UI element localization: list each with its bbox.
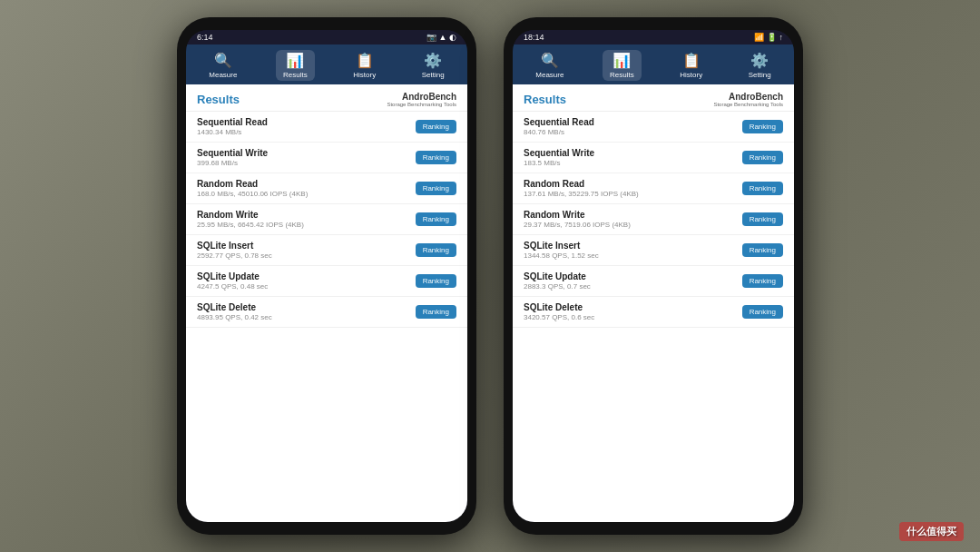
- phones-container: 6:14 📷 ▲ ◐ 🔍 Measure 📊 Results 📋 History: [177, 17, 803, 535]
- bench-info: SQLite Update 2883.3 QPS, 0.7 sec: [524, 271, 591, 291]
- ranking-button[interactable]: Ranking: [416, 120, 456, 133]
- bench-info: Random Read 137.61 MB/s, 35229.75 IOPS (…: [524, 179, 639, 198]
- nav-results-label-2: Results: [610, 71, 634, 79]
- phone-1-results-header: Results AndroBench Storage Benchmarking …: [186, 84, 467, 112]
- ranking-button[interactable]: Ranking: [742, 305, 783, 319]
- phone-1-bench-list: Sequential Read 1430.34 MB/s Ranking Seq…: [186, 112, 467, 522]
- bench-value: 1344.58 QPS, 1.52 sec: [524, 251, 599, 260]
- bench-info: SQLite Insert 2592.77 QPS, 0.78 sec: [197, 241, 272, 260]
- bench-name: Sequential Write: [197, 148, 268, 158]
- bench-value: 2592.77 QPS, 0.78 sec: [197, 251, 272, 260]
- bench-info: SQLite Delete 3420.57 QPS, 0.6 sec: [524, 302, 594, 321]
- bench-info: Sequential Write 399.68 MB/s: [197, 148, 268, 167]
- ranking-button[interactable]: Ranking: [416, 243, 456, 257]
- bench-item: SQLite Update 4247.5 QPS, 0.48 sec Ranki…: [186, 266, 467, 297]
- bench-name: Sequential Read: [524, 117, 594, 127]
- bench-name: SQLite Insert: [197, 241, 272, 251]
- nav-measure-label-2: Measure: [535, 71, 564, 79]
- bench-item: SQLite Insert 1344.58 QPS, 1.52 sec Rank…: [513, 235, 794, 266]
- bench-item: Random Write 29.37 MB/s, 7519.06 IOPS (4…: [513, 204, 794, 235]
- bench-info: SQLite Insert 1344.58 QPS, 1.52 sec: [524, 241, 599, 260]
- bench-value: 183.5 MB/s: [524, 159, 594, 167]
- bench-item: Sequential Write 183.5 MB/s Ranking: [513, 143, 794, 173]
- phone-2-time: 18:14: [524, 33, 544, 42]
- bench-info: Sequential Read 840.76 MB/s: [524, 117, 594, 136]
- phone-1-content: Results AndroBench Storage Benchmarking …: [186, 84, 467, 522]
- setting-icon-2: ⚙️: [750, 52, 769, 69]
- ranking-button[interactable]: Ranking: [416, 151, 456, 164]
- bench-value: 2883.3 QPS, 0.7 sec: [524, 282, 591, 291]
- ranking-button[interactable]: Ranking: [742, 243, 783, 257]
- phone-1-logo-sub: Storage Benchmarking Tools: [387, 102, 456, 107]
- bench-item: Random Write 25.95 MB/s, 6645.42 IOPS (4…: [186, 204, 467, 235]
- phone-2-nav-measure[interactable]: 🔍 Measure: [528, 50, 571, 81]
- ranking-button[interactable]: Ranking: [742, 120, 783, 133]
- phone-2-nav-history[interactable]: 📋 History: [672, 50, 710, 81]
- bench-name: Sequential Write: [524, 148, 594, 158]
- phone-1-nav-measure[interactable]: 🔍 Measure: [201, 50, 244, 81]
- phone-1-nav-bar: 🔍 Measure 📊 Results 📋 History ⚙️ Setting: [186, 44, 467, 84]
- phone-2-content: Results AndroBench Storage Benchmarking …: [513, 84, 794, 522]
- nav-setting-label: Setting: [422, 71, 445, 79]
- phone-2-logo-sub: Storage Benchmarking Tools: [713, 102, 783, 107]
- bench-value: 1430.34 MB/s: [197, 128, 268, 136]
- bench-name: Random Read: [524, 179, 639, 189]
- phone-1-status-bar: 6:14 📷 ▲ ◐: [186, 30, 467, 44]
- phone-1-logo-name: AndroBench: [402, 92, 456, 102]
- bench-item: SQLite Insert 2592.77 QPS, 0.78 sec Rank…: [186, 235, 467, 266]
- ranking-button[interactable]: Ranking: [416, 305, 456, 319]
- bench-value: 4247.5 QPS, 0.48 sec: [197, 282, 268, 291]
- ranking-button[interactable]: Ranking: [742, 274, 783, 288]
- nav-history-label-2: History: [680, 71, 702, 79]
- phone-2: 18:14 📶 🔋 ↑ 🔍 Measure 📊 Results 📋 Histor…: [504, 17, 803, 535]
- bench-value: 840.76 MB/s: [524, 128, 594, 136]
- bench-value: 4893.95 QPS, 0.42 sec: [197, 313, 272, 321]
- bench-item: Sequential Write 399.68 MB/s Ranking: [186, 143, 467, 173]
- ranking-button[interactable]: Ranking: [742, 182, 783, 195]
- phone-2-status-bar: 18:14 📶 🔋 ↑: [513, 30, 794, 44]
- bench-value: 168.0 MB/s, 45010.06 IOPS (4KB): [197, 190, 308, 198]
- bench-info: Sequential Write 183.5 MB/s: [524, 148, 594, 167]
- phone-2-results-title: Results: [524, 93, 566, 106]
- ranking-button[interactable]: Ranking: [742, 151, 783, 164]
- ranking-button[interactable]: Ranking: [416, 274, 456, 288]
- history-icon-2: 📋: [682, 52, 701, 69]
- bench-value: 137.61 MB/s, 35229.75 IOPS (4KB): [524, 190, 639, 198]
- bench-value: 25.95 MB/s, 6645.42 IOPS (4KB): [197, 221, 304, 229]
- bench-info: Random Read 168.0 MB/s, 45010.06 IOPS (4…: [197, 179, 308, 198]
- bench-info: SQLite Update 4247.5 QPS, 0.48 sec: [197, 271, 268, 291]
- bench-name: SQLite Delete: [197, 302, 272, 312]
- bench-item: Sequential Read 840.76 MB/s Ranking: [513, 112, 794, 143]
- bench-value: 3420.57 QPS, 0.6 sec: [524, 313, 594, 321]
- bench-item: SQLite Delete 4893.95 QPS, 0.42 sec Rank…: [186, 297, 467, 328]
- bench-value: 399.68 MB/s: [197, 159, 268, 167]
- nav-history-label: History: [353, 71, 376, 79]
- phone-2-nav-results[interactable]: 📊 Results: [603, 50, 642, 81]
- bench-value: 29.37 MB/s, 7519.06 IOPS (4KB): [524, 221, 631, 229]
- phone-1-nav-setting[interactable]: ⚙️ Setting: [415, 50, 452, 81]
- setting-icon: ⚙️: [424, 52, 442, 69]
- phone-1-logo: AndroBench Storage Benchmarking Tools: [387, 92, 456, 107]
- bench-info: Random Write 25.95 MB/s, 6645.42 IOPS (4…: [197, 210, 304, 229]
- bench-name: SQLite Delete: [524, 302, 594, 312]
- phone-2-nav-bar: 🔍 Measure 📊 Results 📋 History ⚙️ Setting: [513, 44, 794, 84]
- phone-1-status-icons: 📷 ▲ ◐: [426, 33, 456, 42]
- ranking-button[interactable]: Ranking: [416, 212, 456, 226]
- ranking-button[interactable]: Ranking: [416, 182, 456, 195]
- bench-info: SQLite Delete 4893.95 QPS, 0.42 sec: [197, 302, 272, 321]
- phone-1-nav-results[interactable]: 📊 Results: [276, 50, 315, 81]
- bench-item: Random Read 137.61 MB/s, 35229.75 IOPS (…: [513, 173, 794, 204]
- bench-name: Random Read: [197, 179, 308, 189]
- history-icon: 📋: [356, 52, 374, 69]
- watermark: 什么值得买: [899, 522, 964, 541]
- bench-item: Sequential Read 1430.34 MB/s Ranking: [186, 112, 467, 143]
- bench-name: Random Write: [524, 210, 631, 220]
- nav-setting-label-2: Setting: [749, 71, 771, 79]
- phone-1-nav-history[interactable]: 📋 History: [346, 50, 383, 81]
- phone-2-nav-setting[interactable]: ⚙️ Setting: [741, 50, 779, 81]
- bench-item: SQLite Delete 3420.57 QPS, 0.6 sec Ranki…: [513, 297, 794, 328]
- phone-1-screen: 6:14 📷 ▲ ◐ 🔍 Measure 📊 Results 📋 History: [186, 30, 467, 522]
- phone-2-logo-name: AndroBench: [729, 92, 783, 102]
- ranking-button[interactable]: Ranking: [742, 212, 783, 226]
- measure-icon-2: 🔍: [541, 52, 559, 69]
